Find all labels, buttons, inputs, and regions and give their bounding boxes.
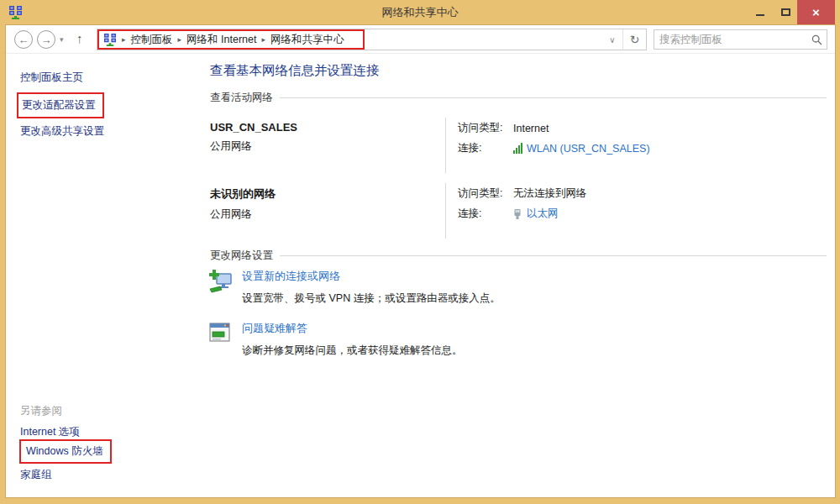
access-type-value: 无法连接到网络 [513,186,587,201]
main-panel: 查看基本网络信息并设置连接 查看活动网络 USR_CN_SALES 公用网络 访… [193,54,835,497]
search-icon[interactable] [806,34,827,45]
breadcrumb-item-network-sharing-center[interactable]: 网络和共享中心 [270,33,344,47]
network-details: 访问类型: Internet 连接: WLAN (USR_CN_SALES) [445,118,827,173]
address-location-icon[interactable] [103,33,117,46]
section-divider-line [280,97,827,98]
search-box [654,29,827,50]
breadcrumb-separator-icon: ▸ [178,35,182,44]
connection-link-wlan[interactable]: WLAN (USR_CN_SALES) [527,143,650,155]
sidebar-item-homegroup[interactable]: 家庭组 [20,468,52,482]
section-divider-line [280,255,827,256]
sidebar-item-advanced-sharing-settings[interactable]: 更改高级共享设置 [20,124,104,139]
up-button[interactable]: ↑ [76,31,83,45]
sidebar: 控制面板主页 更改适配器设置 更改高级共享设置 另请参阅 Internet 选项… [6,54,193,497]
active-networks-label: 查看活动网络 [210,91,273,105]
network-name: USR_CN_SALES [210,121,445,134]
refresh-icon[interactable]: ↻ [622,29,646,50]
wifi-signal-icon [513,143,522,154]
window-inner: ← → ▾ ↑ ▸ 控制面板 ▸ 网络和 Internet [6,25,835,497]
sidebar-item-change-adapter-settings[interactable]: 更改适配器设置 [17,92,104,118]
active-networks-section-header: 查看活动网络 [210,91,827,105]
change-settings-label: 更改网络设置 [210,249,273,263]
task-link-new-connection[interactable]: 设置新的连接或网络 [242,269,501,284]
network-details: 访问类型: 无法连接到网络 连接: 以太网 [445,183,827,239]
address-bar: ▸ 控制面板 ▸ 网络和 Internet ▸ 网络和共享中心 ∨ ↻ [97,29,647,50]
access-type-label: 访问类型: [458,186,513,201]
access-type-label: 访问类型: [458,121,513,135]
minimize-button[interactable] [751,0,769,24]
close-button[interactable]: × [797,0,835,24]
address-dropdown-icon[interactable]: ∨ [602,29,622,50]
sidebar-item-control-panel-home[interactable]: 控制面板主页 [20,71,83,85]
content-area: 控制面板主页 更改适配器设置 更改高级共享设置 另请参阅 Internet 选项… [6,54,835,497]
page-title: 查看基本网络信息并设置连接 [210,62,380,80]
forward-button[interactable]: → [37,30,55,49]
network-row-ethernet: 未识别的网络 公用网络 访问类型: 无法连接到网络 连接: [210,183,827,239]
network-sharing-center-window: 网络和共享中心 × ← → ▾ ↑ ▸ [0,0,840,504]
network-identity: USR_CN_SALES 公用网络 [210,118,445,173]
access-type-value: Internet [513,123,549,134]
task-new-connection: 设置新的连接或网络 设置宽带、拨号或 VPN 连接；或设置路由器或接入点。 [207,269,827,306]
task-desc-troubleshoot: 诊断并修复网络问题，或者获得疑难解答信息。 [242,344,463,358]
new-connection-icon[interactable] [207,269,233,294]
connection-label: 连接: [458,207,513,221]
minimize-icon [756,14,764,16]
network-category: 公用网络 [210,139,445,154]
recent-pages-dropdown-icon[interactable]: ▾ [60,35,64,44]
ethernet-plug-icon [513,208,522,220]
breadcrumb-separator-icon: ▸ [261,35,265,44]
breadcrumb-separator-icon: ▸ [122,35,126,44]
connection-link-ethernet[interactable]: 以太网 [527,207,559,221]
see-also-label: 另请参阅 [20,404,62,418]
network-category: 公用网络 [210,207,445,222]
breadcrumb-item-control-panel[interactable]: 控制面板 [131,33,173,47]
breadcrumb-item-network-internet[interactable]: 网络和 Internet [186,33,256,47]
title-bar: 网络和共享中心 × [0,0,840,25]
window-title: 网络和共享中心 [0,0,840,25]
task-desc-new-connection: 设置宽带、拨号或 VPN 连接；或设置路由器或接入点。 [242,291,501,306]
task-troubleshoot: 问题疑难解答 诊断并修复网络问题，或者获得疑难解答信息。 [207,321,827,358]
network-identity: 未识别的网络 公用网络 [210,183,445,239]
network-row-wlan: USR_CN_SALES 公用网络 访问类型: Internet 连接: [210,118,827,173]
change-settings-section-header: 更改网络设置 [210,249,827,263]
network-name: 未识别的网络 [210,186,445,202]
troubleshoot-icon[interactable] [207,321,233,346]
task-link-troubleshoot[interactable]: 问题疑难解答 [242,321,463,336]
search-input[interactable] [654,34,806,45]
address-bar-empty-space [365,29,602,50]
back-button[interactable]: ← [14,30,33,49]
maximize-button[interactable] [776,0,795,24]
sidebar-item-internet-options[interactable]: Internet 选项 [20,425,80,439]
annotation-box-breadcrumb: ▸ 控制面板 ▸ 网络和 Internet ▸ 网络和共享中心 [97,29,365,50]
navigation-toolbar: ← → ▾ ↑ ▸ 控制面板 ▸ 网络和 Internet [6,25,835,54]
connection-label: 连接: [458,141,513,155]
sidebar-item-windows-firewall[interactable]: Windows 防火墙 [19,439,112,464]
maximize-icon [781,8,790,16]
